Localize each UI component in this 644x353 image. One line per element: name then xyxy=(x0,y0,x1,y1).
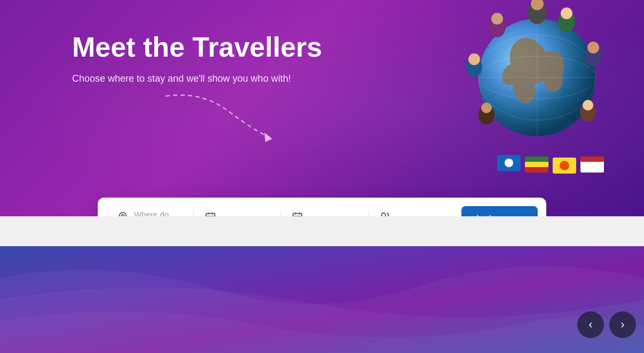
guests-field[interactable]: Guests xyxy=(368,211,455,216)
svg-point-25 xyxy=(583,100,593,111)
search-bar-wrapper: Where do you Check-in xyxy=(98,198,546,216)
svg-point-36 xyxy=(589,163,595,169)
svg-point-23 xyxy=(481,103,492,113)
prev-icon: ‹ xyxy=(588,318,592,332)
svg-rect-38 xyxy=(206,214,215,216)
svg-point-21 xyxy=(468,53,480,65)
svg-rect-29 xyxy=(525,156,548,162)
guests-placeholder: Guests xyxy=(396,215,422,217)
checkout-calendar-icon xyxy=(292,211,303,216)
svg-point-19 xyxy=(491,13,503,25)
next-icon: › xyxy=(621,318,624,332)
svg-point-33 xyxy=(560,161,569,170)
location-placeholder: Where do you xyxy=(134,210,183,216)
carousel-next-button[interactable]: › xyxy=(609,311,636,338)
svg-point-17 xyxy=(587,42,599,53)
carousel-prev-button[interactable]: ‹ xyxy=(577,311,604,338)
location-icon xyxy=(117,211,129,216)
search-cta-label: Let's go xyxy=(476,214,509,216)
hero-section: Meet the Travellers Choose where to stay… xyxy=(0,0,644,216)
svg-point-15 xyxy=(561,7,572,19)
carousel-nav: ‹ › xyxy=(577,311,636,338)
checkin-calendar-icon xyxy=(205,211,216,216)
dashed-arrow-decoration xyxy=(160,85,278,146)
search-cta-button[interactable]: Let's go → xyxy=(461,206,538,217)
hero-globe-image xyxy=(441,0,633,198)
svg-rect-35 xyxy=(580,156,604,162)
svg-rect-30 xyxy=(525,162,548,167)
svg-point-27 xyxy=(505,159,513,167)
checkin-field[interactable]: Check-in xyxy=(194,211,281,216)
search-bar: Where do you Check-in xyxy=(98,198,546,216)
svg-rect-42 xyxy=(293,214,302,216)
search-cta-arrow-icon: → xyxy=(513,214,523,217)
svg-rect-31 xyxy=(525,167,548,172)
deals-section: Global Travel Deals ‹ › xyxy=(0,246,644,353)
checkout-field[interactable]: Check-out xyxy=(281,211,368,216)
checkout-placeholder: Check-out xyxy=(309,215,345,217)
guests-icon xyxy=(379,211,391,216)
svg-point-46 xyxy=(381,213,385,216)
deals-bg-decoration xyxy=(0,246,644,353)
svg-point-6 xyxy=(544,68,563,92)
location-field[interactable]: Where do you xyxy=(106,210,194,216)
svg-marker-0 xyxy=(264,132,272,142)
checkin-placeholder: Check-in xyxy=(222,215,253,217)
svg-point-37 xyxy=(122,215,124,216)
